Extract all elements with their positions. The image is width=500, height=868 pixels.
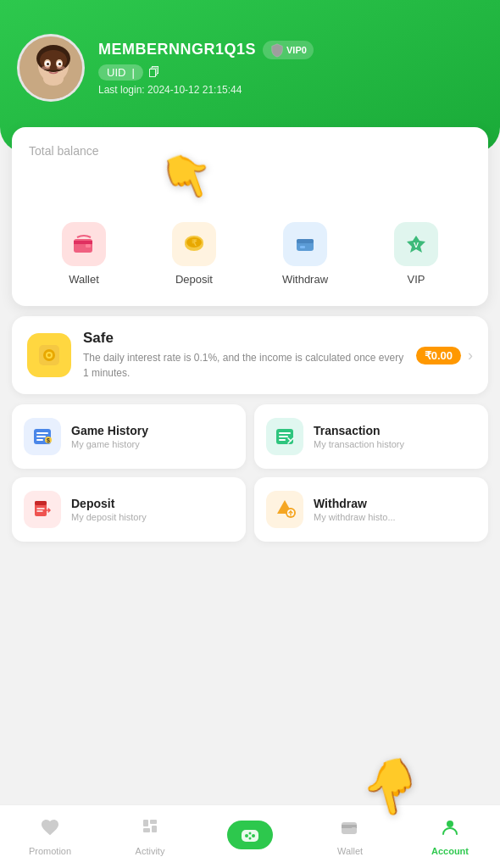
activity-icon (140, 817, 160, 843)
wallet-label: Wallet (69, 273, 99, 286)
nav-wallet-icon (340, 817, 360, 843)
withdraw-history-title: Withdraw (314, 497, 396, 510)
vip-label: VIP (408, 273, 425, 286)
transaction-title: Transaction (314, 424, 404, 437)
bottom-nav: Promotion Activity (0, 804, 500, 868)
copy-icon[interactable]: 🗍 (148, 65, 160, 79)
game-history-icon: $ (24, 418, 61, 455)
vip-icon-bg: V (394, 222, 438, 266)
withdraw-history-icon (266, 491, 303, 528)
withdraw-action[interactable]: Withdraw (282, 222, 328, 286)
game-center-btn[interactable] (227, 821, 273, 849)
promotion-icon (40, 817, 60, 843)
activity-label: Activity (136, 846, 165, 856)
svg-point-9 (47, 63, 49, 65)
svg-rect-13 (19, 92, 85, 102)
svg-point-6 (43, 72, 64, 86)
menu-item-withdraw-history[interactable]: Withdraw My withdraw histo... (254, 477, 488, 542)
deposit-history-icon (24, 491, 61, 528)
wallet-nav-label: Wallet (337, 846, 363, 856)
balance-card: Total balance 👇 Wallet (12, 127, 488, 306)
nav-wallet[interactable]: Wallet (300, 817, 400, 856)
svg-point-10 (58, 63, 61, 65)
deposit-history-title: Deposit (71, 497, 147, 510)
vip-badge: VIP0 (263, 41, 314, 59)
svg-rect-23 (300, 246, 305, 248)
svg-text:V: V (414, 241, 419, 249)
transaction-subtitle: My transaction history (314, 439, 404, 449)
safe-title: Safe (83, 330, 404, 347)
menu-item-deposit-history[interactable]: Deposit My deposit history (12, 477, 246, 542)
deposit-action[interactable]: ₹ Deposit (172, 222, 216, 286)
safe-content: Safe The daily interest rate is 0.1%, an… (83, 330, 404, 381)
svg-point-11 (42, 66, 50, 70)
svg-rect-49 (150, 820, 157, 824)
vip-action[interactable]: V VIP (394, 222, 438, 286)
svg-point-53 (245, 834, 248, 837)
game-history-title: Game History (71, 424, 148, 437)
user-info: MEMBERNNGR1Q1S VIP0 UID | 🗍 Last login: … (98, 41, 483, 96)
menu-grid: $ Game History My game history Transacti… (12, 404, 488, 542)
balance-label: Total balance (29, 144, 471, 158)
svg-text:$: $ (47, 437, 50, 444)
svg-rect-59 (352, 827, 356, 831)
safe-amount[interactable]: ₹0.00 › (416, 347, 473, 364)
wallet-icon-bg (62, 222, 106, 266)
deposit-history-subtitle: My deposit history (71, 512, 147, 522)
svg-rect-16 (86, 244, 91, 248)
account-label: Account (431, 846, 469, 856)
svg-rect-52 (242, 830, 258, 842)
wallet-action[interactable]: Wallet (62, 222, 106, 286)
safe-desc: The daily interest rate is 0.1%, and the… (83, 350, 404, 381)
safe-amount-value: ₹0.00 (416, 347, 461, 364)
deposit-icon-bg: ₹ (172, 222, 216, 266)
nav-activity[interactable]: Activity (100, 817, 200, 856)
nav-game-center[interactable] (200, 821, 300, 853)
uid-label: UID | (98, 64, 143, 81)
svg-text:₹: ₹ (192, 238, 197, 248)
safe-icon (27, 333, 71, 377)
safe-arrow-icon: › (468, 347, 473, 364)
withdraw-history-subtitle: My withdraw histo... (314, 512, 396, 522)
svg-point-54 (249, 832, 252, 835)
svg-rect-15 (74, 241, 92, 244)
withdraw-icon-bg (283, 222, 327, 266)
svg-rect-41 (35, 501, 47, 505)
svg-rect-22 (297, 239, 314, 243)
username: MEMBERNNGR1Q1S (98, 41, 256, 58)
svg-point-29 (47, 353, 51, 357)
account-icon (440, 817, 460, 843)
promotion-label: Promotion (29, 846, 71, 856)
withdraw-label: Withdraw (282, 273, 328, 286)
nav-promotion[interactable]: Promotion (0, 817, 100, 856)
svg-point-12 (57, 66, 65, 70)
transaction-icon (266, 418, 303, 455)
svg-rect-51 (152, 826, 157, 832)
action-icons: Wallet ₹ Deposit W (29, 222, 471, 286)
menu-item-game-history[interactable]: $ Game History My game history (12, 404, 246, 469)
game-history-subtitle: My game history (71, 439, 148, 449)
menu-item-transaction[interactable]: Transaction My transaction history (254, 404, 488, 469)
svg-rect-50 (143, 828, 150, 832)
svg-point-60 (447, 821, 453, 827)
last-login: Last login: 2024-10-12 21:15:44 (98, 84, 483, 96)
deposit-label: Deposit (175, 273, 213, 286)
safe-card[interactable]: Safe The daily interest rate is 0.1%, an… (12, 316, 488, 394)
svg-point-56 (249, 837, 252, 840)
svg-point-55 (252, 834, 255, 837)
balance-amount-row: 👇 (29, 168, 471, 202)
nav-account[interactable]: Account (400, 817, 500, 856)
svg-rect-48 (143, 820, 148, 826)
avatar (17, 34, 85, 102)
vip-label: VIP0 (286, 45, 307, 55)
